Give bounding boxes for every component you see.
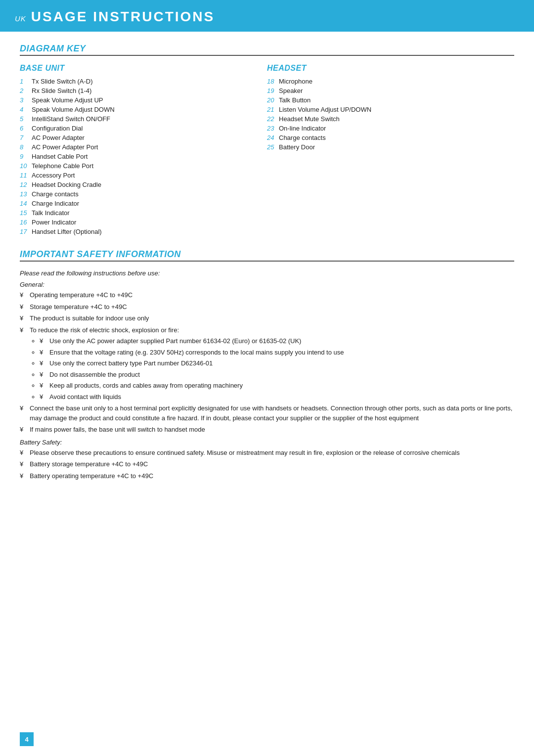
sub-bullet-item: Ensure that the voltage rating (e.g. 230… <box>40 348 514 357</box>
list-item: 21Listen Volume Adjust UP/DOWN <box>267 106 514 113</box>
general-heading: General: <box>20 281 514 288</box>
list-item: 14Charge Indicator <box>20 200 267 207</box>
item-num: 25 <box>267 143 279 151</box>
headset-list: 18Microphone 19Speaker 20Talk Button 21L… <box>267 78 514 151</box>
bullet-item: Please observe these precautions to ensu… <box>20 448 514 458</box>
item-text: Accessory Port <box>32 172 75 179</box>
bullet-item: To reduce the risk of electric shock, ex… <box>20 325 514 402</box>
item-num: 15 <box>20 209 32 217</box>
page-number: 4 <box>20 732 34 746</box>
sub-bullet-item: Do not disassemble the product <box>40 370 514 380</box>
item-num: 20 <box>267 96 279 104</box>
list-item: 8AC Power Adapter Port <box>20 143 267 151</box>
diagram-key-divider <box>20 55 514 56</box>
item-text: Talk Button <box>279 96 311 104</box>
diagram-key-section: DIAGRAM KEY BASE UNIT 1Tx Slide Switch (… <box>20 44 514 237</box>
item-num: 22 <box>267 115 279 123</box>
item-text: On-line Indicator <box>279 125 326 132</box>
battery-heading: Battery Safety: <box>20 439 514 446</box>
list-item: 10Telephone Cable Port <box>20 162 267 170</box>
bullet-item: Battery operating temperature +4C to +49… <box>20 471 514 481</box>
list-item: 25Battery Door <box>267 143 514 151</box>
sub-bullet-item: Keep all products, cords and cables away… <box>40 381 514 391</box>
item-num: 1 <box>20 78 32 85</box>
item-text: Rx Slide Switch (1-4) <box>32 87 91 94</box>
sub-bullet-item: Avoid contact with liquids <box>40 392 514 402</box>
main-content: DIAGRAM KEY BASE UNIT 1Tx Slide Switch (… <box>0 32 534 497</box>
item-text: Speak Volume Adjust DOWN <box>32 106 115 113</box>
item-num: 8 <box>20 143 32 151</box>
list-item: 9Handset Cable Port <box>20 153 267 160</box>
item-text: Handset Cable Port <box>32 153 88 160</box>
list-item: 24Charge contacts <box>267 134 514 141</box>
item-num: 18 <box>267 78 279 85</box>
item-num: 4 <box>20 106 32 113</box>
item-text: Battery Door <box>279 143 315 151</box>
safety-heading: IMPORTANT SAFETY INFORMATION <box>20 249 514 260</box>
list-item: 13Charge contacts <box>20 190 267 198</box>
diagram-key-heading: DIAGRAM KEY <box>20 44 514 54</box>
list-item: 6Configuration Dial <box>20 125 267 132</box>
item-text: Microphone <box>279 78 312 85</box>
item-num: 23 <box>267 125 279 132</box>
item-num: 14 <box>20 200 32 207</box>
header-uk-label: UK <box>15 14 26 23</box>
item-num: 17 <box>20 228 32 235</box>
list-item: 20Talk Button <box>267 96 514 104</box>
bullet-item: Storage temperature +4C to +49C <box>20 302 514 312</box>
item-num: 2 <box>20 87 32 94</box>
base-unit-list: 1Tx Slide Switch (A-D) 2Rx Slide Switch … <box>20 78 267 235</box>
item-text: Tx Slide Switch (A-D) <box>32 78 93 85</box>
item-num: 10 <box>20 162 32 170</box>
list-item: 17Handset Lifter (Optional) <box>20 228 267 235</box>
list-item: 16Power Indicator <box>20 219 267 226</box>
item-num: 9 <box>20 153 32 160</box>
list-item: 23On-line Indicator <box>267 125 514 132</box>
item-num: 6 <box>20 125 32 132</box>
item-num: 21 <box>267 106 279 113</box>
item-text: Speak Volume Adjust UP <box>32 96 103 104</box>
item-text: Headset Mute Switch <box>279 115 340 123</box>
battery-list: Please observe these precautions to ensu… <box>20 448 514 481</box>
safety-section: IMPORTANT SAFETY INFORMATION Please read… <box>20 249 514 481</box>
list-item: 7AC Power Adapter <box>20 134 267 141</box>
item-num: 7 <box>20 134 32 141</box>
bullet-item: Operating temperature +4C to +49C <box>20 290 514 300</box>
item-text: AC Power Adapter <box>32 134 85 141</box>
item-text: Telephone Cable Port <box>32 162 93 170</box>
base-unit-column: BASE UNIT 1Tx Slide Switch (A-D) 2Rx Sli… <box>20 64 267 237</box>
list-item: 22Headset Mute Switch <box>267 115 514 123</box>
bullet-item: Battery storage temperature +4C to +49C <box>20 459 514 469</box>
bullet-item: If mains power fails, the base unit will… <box>20 425 514 435</box>
fire-sub-list: Use only the AC power adapter supplied P… <box>30 336 514 401</box>
list-item: 3Speak Volume Adjust UP <box>20 96 267 104</box>
item-text: Charge Indicator <box>32 200 79 207</box>
bullet-item: Connect the base unit only to a host ter… <box>20 403 514 423</box>
item-num: 19 <box>267 87 279 94</box>
item-text: Listen Volume Adjust UP/DOWN <box>279 106 371 113</box>
list-item: 5IntelliStand Switch ON/OFF <box>20 115 267 123</box>
header-title: USAGE INSTRUCTIONS <box>31 9 215 25</box>
item-num: 12 <box>20 181 32 188</box>
item-text: IntelliStand Switch ON/OFF <box>32 115 110 123</box>
header-bar: UK USAGE INSTRUCTIONS <box>0 0 534 32</box>
list-item: 19Speaker <box>267 87 514 94</box>
safety-intro: Please read the following instructions b… <box>20 269 514 277</box>
list-item: 18Microphone <box>267 78 514 85</box>
item-text: Talk Indicator <box>32 209 70 217</box>
list-item: 11Accessory Port <box>20 172 267 179</box>
item-num: 13 <box>20 190 32 198</box>
headset-column: HEADSET 18Microphone 19Speaker 20Talk Bu… <box>267 64 514 237</box>
bullet-item: The product is suitable for indoor use o… <box>20 313 514 323</box>
list-item: 2Rx Slide Switch (1-4) <box>20 87 267 94</box>
item-text: Headset Docking Cradle <box>32 181 101 188</box>
list-item: 15Talk Indicator <box>20 209 267 217</box>
safety-divider <box>20 261 514 262</box>
base-unit-heading: BASE UNIT <box>20 64 267 73</box>
list-item: 12Headset Docking Cradle <box>20 181 267 188</box>
item-num: 5 <box>20 115 32 123</box>
item-text: Speaker <box>279 87 303 94</box>
item-text: Handset Lifter (Optional) <box>32 228 102 235</box>
item-num: 24 <box>267 134 279 141</box>
general-list: Operating temperature +4C to +49C Storag… <box>20 290 514 435</box>
